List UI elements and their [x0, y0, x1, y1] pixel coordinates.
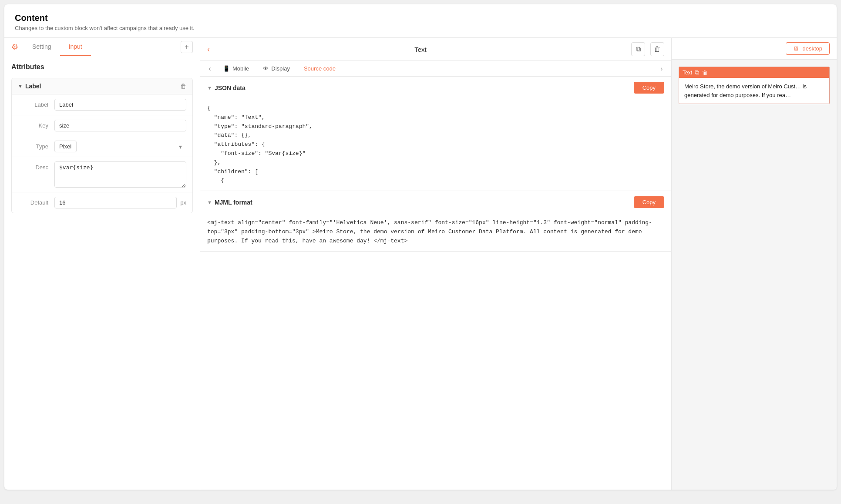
key-input[interactable] [54, 120, 186, 131]
back-button[interactable]: ‹ [207, 45, 210, 54]
type-select[interactable]: Pixel Em Rem % [54, 141, 77, 152]
attributes-panel: Attributes ▼ Label 🗑 Label [4, 56, 200, 490]
preview-content: Meiro Store, the demo version of Meiro C… [679, 78, 829, 104]
mjml-chevron-icon: ▼ [207, 200, 212, 205]
form-field-desc: Desc $var{size} [12, 157, 192, 192]
tab-input[interactable]: Input [60, 38, 91, 56]
json-section-title: ▼ JSON data [207, 84, 246, 91]
display-label: Display [271, 65, 290, 72]
type-select-wrapper: Pixel Em Rem % [54, 141, 186, 152]
copy-icon-button[interactable]: ⧉ [631, 42, 645, 56]
mjml-section-header: ▼ MJML format Copy [200, 191, 671, 213]
label-header-left: ▼ Label [18, 83, 41, 90]
form-field-key: Key [12, 115, 192, 136]
mjml-section: ▼ MJML format Copy <mj-text align="cente… [200, 191, 671, 251]
desc-field-label: Desc [18, 161, 48, 171]
attributes-title: Attributes [11, 63, 193, 71]
label-section-header: ▼ Label 🗑 [12, 78, 192, 94]
form-field-type: Type Pixel Em Rem % [12, 136, 192, 157]
middle-scrollable: ▼ JSON data Copy { "name": "Text", "type… [200, 77, 671, 490]
form-field-label: Label [12, 94, 192, 115]
outer-container: Content Changes to the custom block won'… [4, 4, 837, 490]
desktop-label: desktop [802, 45, 822, 52]
desktop-button[interactable]: 🖥 desktop [786, 42, 830, 55]
delete-icon-button[interactable]: 🗑 [650, 42, 664, 56]
key-field-label: Key [18, 120, 48, 129]
sub-tab-display[interactable]: 👁 Display [256, 61, 297, 76]
json-section-header: ▼ JSON data Copy [200, 77, 671, 99]
label-input[interactable] [54, 99, 186, 111]
middle-title: Text [215, 46, 626, 53]
json-chevron-icon: ▼ [207, 85, 212, 91]
json-section: ▼ JSON data Copy { "name": "Text", "type… [200, 77, 671, 191]
sub-tab-mobile[interactable]: 📱 Mobile [216, 61, 256, 76]
add-tab-button[interactable]: + [181, 41, 193, 53]
middle-panel: ‹ Text ⧉ 🗑 ‹ 📱 Mobile 👁 Display Source c… [200, 38, 671, 490]
type-field-label: Type [18, 141, 48, 150]
right-panel: 🖥 desktop Text ⧉ 🗑 Meiro Store, the demo… [671, 38, 837, 490]
main-layout: ⚙ Setting Input + Attributes ▼ Label 🗑 [4, 38, 837, 490]
sub-tab-source-code[interactable]: Source code [297, 61, 343, 76]
display-icon: 👁 [263, 65, 269, 72]
right-top-bar: 🖥 desktop [672, 38, 837, 60]
page-subtitle: Changes to the custom block won't affect… [15, 25, 826, 31]
mobile-label: Mobile [232, 65, 249, 72]
sub-tab-bar: ‹ 📱 Mobile 👁 Display Source code › [200, 61, 671, 77]
page-title: Content [15, 13, 826, 23]
tab-bar: ⚙ Setting Input + [4, 38, 200, 56]
preview-block-header: Text ⧉ 🗑 [679, 67, 829, 78]
label-section: ▼ Label 🗑 Label Key [11, 78, 193, 213]
sub-tab-prev-btn[interactable]: ‹ [204, 63, 216, 75]
mjml-code-block: <mj-text align="center" font-family="'He… [200, 213, 671, 251]
default-field-label: Default [18, 197, 48, 206]
left-panel: ⚙ Setting Input + Attributes ▼ Label 🗑 [4, 38, 200, 490]
json-title-text: JSON data [215, 84, 246, 91]
delete-label-icon[interactable]: 🗑 [180, 83, 186, 90]
preview-block-label: Text [683, 70, 692, 76]
mjml-copy-button[interactable]: Copy [634, 196, 664, 208]
sub-tab-next-btn[interactable]: › [656, 63, 668, 75]
mjml-title-text: MJML format [215, 199, 252, 206]
page-header: Content Changes to the custom block won'… [4, 4, 837, 38]
label-field-label: Label [18, 99, 48, 108]
default-field-wrapper: px [54, 197, 186, 208]
chevron-down-icon: ▼ [18, 84, 23, 89]
preview-block: Text ⧉ 🗑 Meiro Store, the demo version o… [679, 67, 830, 104]
desc-textarea[interactable]: $var{size} [54, 161, 186, 188]
mobile-icon: 📱 [223, 65, 230, 72]
source-code-label: Source code [304, 65, 336, 72]
gear-icon[interactable]: ⚙ [11, 42, 18, 52]
json-copy-button[interactable]: Copy [634, 82, 664, 94]
mjml-section-title: ▼ MJML format [207, 199, 252, 206]
default-unit: px [180, 199, 186, 206]
preview-area: Text ⧉ 🗑 Meiro Store, the demo version o… [672, 60, 837, 490]
preview-delete-icon[interactable]: 🗑 [702, 69, 708, 76]
monitor-icon: 🖥 [793, 45, 799, 52]
label-section-title: Label [25, 83, 41, 90]
form-field-default: Default px [12, 192, 192, 213]
default-input[interactable] [54, 197, 177, 208]
middle-top-bar: ‹ Text ⧉ 🗑 [200, 38, 671, 61]
preview-copy-icon[interactable]: ⧉ [695, 69, 699, 76]
tab-setting[interactable]: Setting [24, 38, 60, 56]
json-code-block: { "name": "Text", "type": "standard-para… [200, 99, 671, 191]
